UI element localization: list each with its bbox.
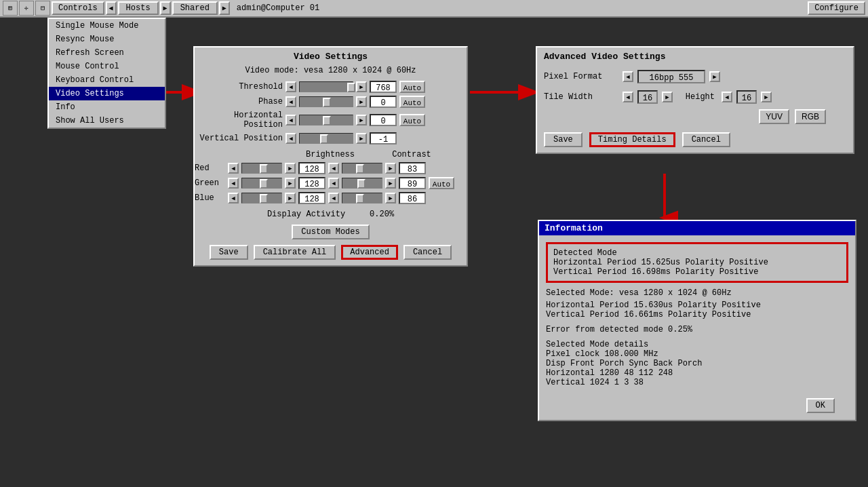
tile-width-right[interactable]: ▶ (662, 92, 673, 102)
blue-c-left[interactable]: ◀ (328, 193, 339, 203)
menu-mouse-control[interactable]: Mouse Control (49, 60, 165, 73)
tile-width-label: Tile Width (544, 92, 618, 102)
tile-width-left[interactable]: ◀ (623, 92, 633, 102)
calibrate-button[interactable]: Calibrate All (254, 245, 336, 260)
yuv-rgb-row: YUV RGB (537, 106, 853, 127)
horizontal-row-line: Horizontal 1280 48 112 248 (546, 368, 848, 378)
vpos-thumb[interactable] (320, 134, 328, 144)
video-settings-window: Video Settings Video mode: vesa 1280 x 1… (193, 46, 468, 267)
phase-track[interactable] (299, 96, 353, 107)
vpos-right-arrow[interactable]: ▶ (356, 133, 367, 144)
red-b-left[interactable]: ◀ (228, 163, 239, 174)
advanced-button[interactable]: Advanced (341, 245, 398, 260)
hosts-tab[interactable]: Hosts (118, 1, 159, 15)
hosts-prev-arrow[interactable]: ◀ (106, 1, 117, 15)
vpos-row: Vertical Position ◀ ▶ -1 (195, 132, 467, 144)
yuv-button[interactable]: YUV (759, 109, 789, 124)
configure-button[interactable]: Configure (808, 1, 865, 15)
blue-contrast-thumb[interactable] (356, 194, 364, 203)
hpos-track[interactable] (299, 115, 353, 125)
green-label: Green (195, 178, 225, 188)
shared-next-arrow[interactable]: ▶ (219, 1, 230, 15)
height-label: Height (677, 92, 717, 102)
blue-b-right[interactable]: ▶ (285, 193, 296, 203)
menu-resync-mouse[interactable]: Resync Mouse (49, 33, 165, 46)
detected-v-line: Vertical Period 16.698ms Polarity Positi… (553, 267, 841, 277)
pixel-format-left[interactable]: ◀ (623, 71, 633, 82)
green-contrast-track[interactable] (342, 178, 382, 189)
move-icon[interactable]: ✛ (19, 1, 34, 16)
threshold-auto-btn[interactable]: Auto (399, 81, 425, 93)
timing-details-button[interactable]: Timing Details (589, 132, 675, 147)
main-area: Single Mouse Mode Resync Mouse Refresh S… (0, 18, 868, 487)
selected-details-label: Selected Mode details (546, 340, 848, 349)
pixel-format-right[interactable]: ▶ (709, 71, 720, 82)
red-c-left[interactable]: ◀ (328, 163, 339, 174)
threshold-left-arrow[interactable]: ◀ (285, 81, 296, 92)
detected-mode-label: Detected Mode (553, 248, 841, 258)
blue-contrast-track[interactable] (342, 193, 382, 203)
red-contrast-thumb[interactable] (356, 164, 364, 174)
green-c-left[interactable]: ◀ (328, 178, 339, 189)
threshold-track[interactable] (299, 81, 353, 92)
height-right[interactable]: ▶ (761, 92, 772, 102)
hpos-auto-btn[interactable]: Auto (399, 114, 425, 126)
red-c-right[interactable]: ▶ (385, 163, 396, 174)
height-value: 16 (736, 90, 757, 104)
phase-right-arrow[interactable]: ▶ (356, 96, 367, 107)
shared-tab[interactable]: Shared (172, 1, 218, 15)
custom-modes-button[interactable]: Custom Modes (292, 225, 369, 239)
menu-refresh-screen[interactable]: Refresh Screen (49, 46, 165, 60)
rgb-button[interactable]: RGB (795, 109, 826, 124)
info-body: Detected Mode Horizontal Period 15.625us… (539, 235, 855, 420)
green-c-right[interactable]: ▶ (385, 178, 396, 189)
detected-mode-box: Detected Mode Horizontal Period 15.625us… (546, 242, 848, 283)
arrow-video-to-advanced (467, 82, 541, 102)
green-auto-btn[interactable]: Auto (429, 177, 454, 189)
hpos-right-arrow[interactable]: ▶ (356, 115, 367, 125)
hpos-thumb[interactable] (323, 116, 331, 125)
advanced-bottom-buttons: Save Timing Details Cancel (537, 127, 853, 153)
blue-c-right[interactable]: ▶ (385, 193, 396, 203)
resize-icon[interactable]: ⊞ (3, 1, 18, 16)
hpos-left-arrow[interactable]: ◀ (285, 115, 296, 125)
phase-left-arrow[interactable]: ◀ (285, 96, 296, 107)
video-save-button[interactable]: Save (210, 245, 248, 260)
green-b-right[interactable]: ▶ (285, 178, 296, 189)
vpos-value: -1 (370, 132, 397, 144)
selected-mode-line: Selected Mode: vesa 1280 x 1024 @ 60Hz (546, 288, 848, 298)
blue-brightness-thumb[interactable] (260, 194, 268, 203)
vpos-track[interactable] (299, 133, 353, 144)
phase-thumb[interactable] (323, 98, 331, 107)
height-left[interactable]: ◀ (722, 92, 732, 102)
video-cancel-button[interactable]: Cancel (403, 245, 452, 260)
red-contrast-track[interactable] (342, 163, 382, 174)
threshold-thumb[interactable] (347, 83, 355, 92)
red-b-right[interactable]: ▶ (285, 163, 296, 174)
red-brightness-track[interactable] (241, 163, 282, 174)
adv-cancel-button[interactable]: Cancel (682, 132, 730, 147)
menu-single-mouse[interactable]: Single Mouse Mode (49, 19, 165, 33)
menu-show-all-users[interactable]: Show All Users (49, 114, 165, 128)
ok-button[interactable]: OK (806, 398, 835, 413)
video-bottom-buttons: Save Calibrate All Advanced Cancel (195, 245, 467, 265)
hpos-value: 0 (370, 114, 397, 126)
green-brightness-thumb[interactable] (260, 179, 268, 189)
controls-button[interactable]: Controls (52, 1, 104, 15)
menu-info[interactable]: Info (49, 100, 165, 114)
grid-icon[interactable]: ⊟ (35, 1, 50, 16)
hosts-next-arrow[interactable]: ▶ (160, 1, 171, 15)
menu-video-settings[interactable]: Video Settings (49, 87, 165, 100)
vertical-row-line: Vertical 1024 1 3 38 (546, 378, 848, 387)
green-b-left[interactable]: ◀ (228, 178, 239, 189)
green-contrast-thumb[interactable] (357, 179, 366, 189)
threshold-right-arrow[interactable]: ▶ (356, 81, 367, 92)
blue-brightness-track[interactable] (241, 193, 282, 203)
phase-auto-btn[interactable]: Auto (399, 96, 425, 108)
menu-keyboard-control[interactable]: Keyboard Control (49, 73, 165, 87)
blue-b-left[interactable]: ◀ (228, 193, 239, 203)
red-brightness-thumb[interactable] (260, 164, 268, 174)
adv-save-button[interactable]: Save (544, 132, 583, 147)
green-brightness-track[interactable] (241, 178, 282, 189)
vpos-left-arrow[interactable]: ◀ (285, 133, 296, 144)
